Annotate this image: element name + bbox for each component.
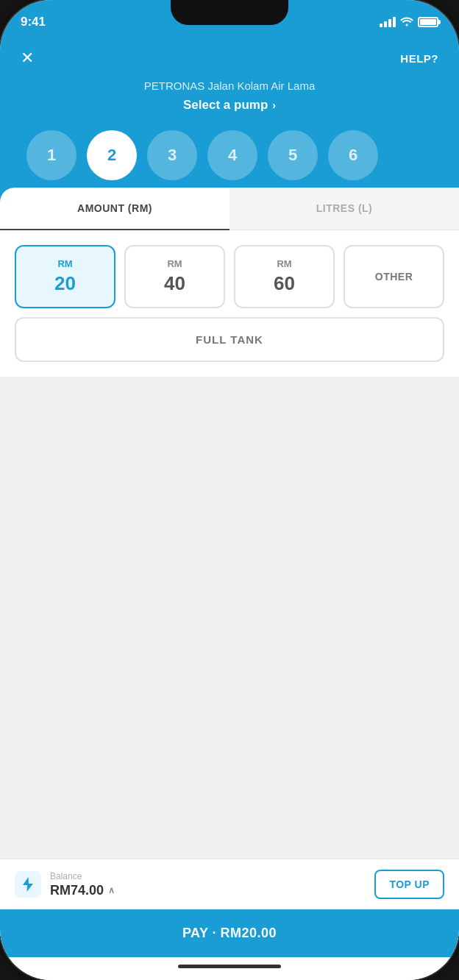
bottom-bar: Balance RM74.00 ∧ TOP UP PAY · RM20.00: [0, 859, 459, 980]
battery-icon: [418, 17, 438, 27]
home-bar: [178, 965, 281, 968]
station-name: PETRONAS Jalan Kolam Air Lama: [21, 79, 438, 92]
amount-card-60[interactable]: RM 60: [234, 245, 335, 308]
amount-prefix-40: RM: [167, 258, 182, 269]
chevron-up-icon: ∧: [108, 885, 115, 895]
header-nav: ✕ HELP?: [21, 49, 438, 68]
balance-info: Balance RM74.00 ∧: [50, 871, 115, 898]
phone-screen: 9:41: [0, 0, 459, 980]
pump-1[interactable]: 1: [26, 130, 76, 180]
amount-value-20: 20: [54, 272, 76, 295]
home-indicator: [0, 957, 459, 980]
select-pump[interactable]: Select a pump ›: [21, 98, 438, 113]
amount-prefix-60: RM: [277, 258, 291, 269]
balance-left: Balance RM74.00 ∧: [15, 871, 115, 898]
tabs: AMOUNT (RM) LITRES (L): [0, 188, 459, 230]
amount-other-label: OTHER: [375, 258, 413, 295]
content-spacer: [0, 377, 459, 859]
balance-amount: RM74.00 ∧: [50, 883, 115, 898]
amount-card-20[interactable]: RM 20: [15, 245, 115, 308]
amount-value-40: 40: [164, 272, 185, 295]
balance-label: Balance: [50, 871, 115, 881]
pump-5[interactable]: 5: [268, 130, 318, 180]
status-icons: [380, 16, 438, 29]
pump-3[interactable]: 3: [147, 130, 197, 180]
main-card: AMOUNT (RM) LITRES (L) RM 20 RM 40: [0, 188, 459, 859]
phone-frame: 9:41: [0, 0, 459, 980]
balance-value: RM74.00: [50, 883, 104, 898]
tab-amount[interactable]: AMOUNT (RM): [0, 188, 230, 230]
balance-row: Balance RM74.00 ∧ TOP UP: [0, 859, 459, 909]
status-time: 9:41: [21, 15, 46, 29]
header: ✕ HELP? PETRONAS Jalan Kolam Air Lama Se…: [0, 40, 459, 202]
signal-bars-icon: [380, 17, 396, 27]
tab-litres[interactable]: LITRES (L): [230, 188, 459, 230]
amount-grid: RM 20 RM 40 RM 60 OTHER: [0, 230, 459, 317]
pump-6[interactable]: 6: [328, 130, 378, 180]
chevron-right-icon: ›: [272, 99, 276, 111]
pump-2[interactable]: 2: [87, 130, 137, 180]
full-tank-button[interactable]: FULL TANK: [15, 317, 444, 362]
close-button[interactable]: ✕: [21, 49, 34, 68]
amount-card-40[interactable]: RM 40: [124, 245, 225, 308]
pump-4[interactable]: 4: [207, 130, 257, 180]
wifi-icon: [400, 16, 413, 29]
pump-numbers: 1 2 3 4 5 6: [21, 130, 438, 180]
amount-prefix-20: RM: [57, 258, 72, 269]
amount-card-other[interactable]: OTHER: [344, 245, 444, 308]
topup-button[interactable]: TOP UP: [374, 870, 444, 899]
select-pump-label: Select a pump: [183, 98, 268, 113]
lightning-icon: [15, 871, 41, 898]
pay-button[interactable]: PAY · RM20.00: [0, 909, 459, 957]
amount-value-60: 60: [274, 272, 295, 295]
help-button[interactable]: HELP?: [400, 52, 438, 65]
notch: [171, 0, 288, 25]
